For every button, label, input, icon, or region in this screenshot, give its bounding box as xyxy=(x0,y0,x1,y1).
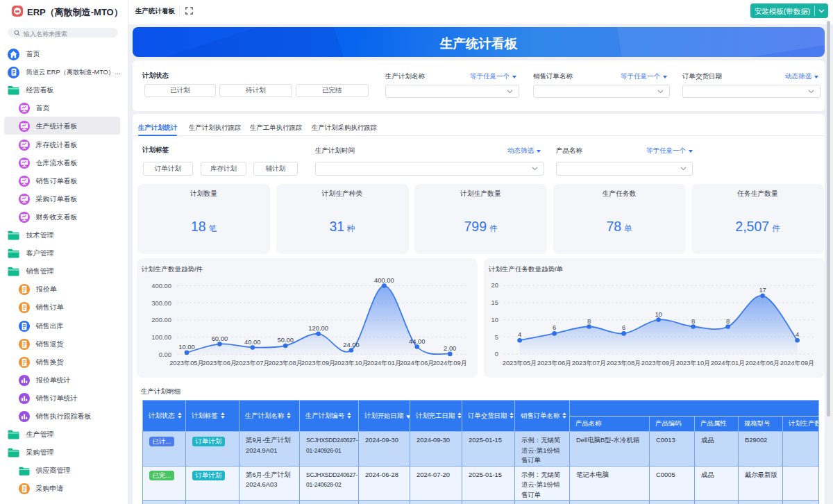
svg-text:20: 20 xyxy=(491,281,498,289)
svg-text:2023年10月: 2023年10月 xyxy=(676,360,711,367)
svg-text:0.00: 0.00 xyxy=(159,351,171,358)
svg-text:120.00: 120.00 xyxy=(308,324,328,332)
svg-text:2023年10月: 2023年10月 xyxy=(334,360,369,367)
svg-text:15: 15 xyxy=(491,299,498,306)
svg-text:10.00: 10.00 xyxy=(178,343,194,351)
svg-text:2023年08月: 2023年08月 xyxy=(607,360,641,367)
svg-text:2023年06月: 2023年06月 xyxy=(203,360,237,367)
svg-text:计划生产数量趋势/件: 计划生产数量趋势/件 xyxy=(141,265,203,273)
svg-text:2023年07月: 2023年07月 xyxy=(572,360,607,367)
svg-text:2024年09月: 2024年09月 xyxy=(780,360,815,367)
svg-text:计划生产任务数量趋势/单: 计划生产任务数量趋势/单 xyxy=(488,265,563,273)
svg-text:50.00: 50.00 xyxy=(277,336,293,344)
svg-text:2023年06月: 2023年06月 xyxy=(537,360,572,367)
svg-text:2024年06月: 2024年06月 xyxy=(400,360,435,367)
svg-text:2024年01月: 2024年01月 xyxy=(367,360,402,367)
svg-text:300.00: 300.00 xyxy=(151,299,171,307)
svg-text:100.00: 100.00 xyxy=(151,333,171,341)
svg-text:60.00: 60.00 xyxy=(212,335,228,342)
svg-text:2.00: 2.00 xyxy=(444,344,456,352)
svg-text:5: 5 xyxy=(495,333,498,341)
svg-text:6: 6 xyxy=(553,324,556,331)
svg-text:2024年09月: 2024年09月 xyxy=(432,360,467,367)
svg-text:4: 4 xyxy=(518,330,521,338)
svg-text:2023年09月: 2023年09月 xyxy=(641,360,676,367)
svg-text:400.00: 400.00 xyxy=(374,276,394,284)
svg-text:2023年05月: 2023年05月 xyxy=(503,360,537,367)
svg-text:2023年08月: 2023年08月 xyxy=(268,360,303,367)
svg-text:8: 8 xyxy=(691,317,695,325)
svg-text:2023年07月: 2023年07月 xyxy=(235,360,270,367)
svg-text:40.00: 40.00 xyxy=(244,338,260,346)
svg-text:2023年05月: 2023年05月 xyxy=(169,360,204,367)
svg-text:2024年06月: 2024年06月 xyxy=(746,360,780,367)
svg-text:2023年09月: 2023年09月 xyxy=(301,360,336,367)
svg-text:200.00: 200.00 xyxy=(151,316,171,324)
svg-text:6: 6 xyxy=(622,324,625,331)
svg-text:400.00: 400.00 xyxy=(151,282,171,289)
svg-text:8: 8 xyxy=(587,317,591,325)
svg-text:2024年01月: 2024年01月 xyxy=(711,360,746,367)
svg-text:10: 10 xyxy=(655,310,662,318)
svg-text:17: 17 xyxy=(759,286,766,294)
svg-text:4: 4 xyxy=(796,330,799,338)
svg-text:0: 0 xyxy=(495,350,498,358)
svg-text:44.00: 44.00 xyxy=(409,337,425,345)
svg-text:10: 10 xyxy=(491,316,498,324)
svg-text:24.00: 24.00 xyxy=(343,341,359,348)
svg-text:8: 8 xyxy=(726,317,730,325)
